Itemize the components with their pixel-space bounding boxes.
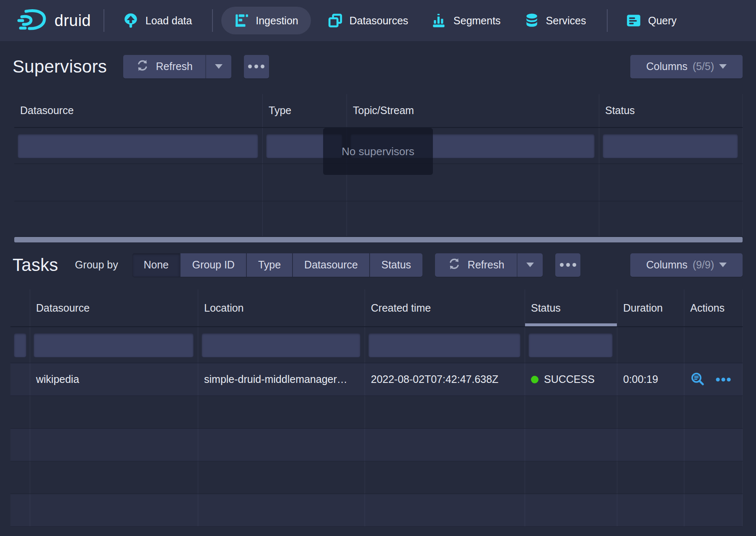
nav-item-datasources[interactable]: Datasources xyxy=(328,13,408,28)
task-created-time-cell: 2022-08-02T07:42:47.638Z xyxy=(365,363,525,395)
tasks-refresh-button[interactable]: Refresh xyxy=(435,253,517,277)
task-status-cell: SUCCESS xyxy=(525,363,617,395)
supervisors-table: Datasource Type Topic/Stream Status No s… xyxy=(14,94,743,237)
group-by-none-button[interactable]: None xyxy=(132,253,180,277)
nav-item-label: Ingestion xyxy=(256,15,298,27)
chevron-down-icon xyxy=(719,263,727,267)
filter-input-datasource[interactable] xyxy=(18,134,258,158)
no-supervisors-message: No supervisors xyxy=(323,128,433,175)
console-icon xyxy=(626,13,641,28)
tasks-filter-row xyxy=(10,327,743,363)
group-by-type-button[interactable]: Type xyxy=(246,253,292,277)
tasks-title: Tasks xyxy=(13,255,58,275)
nav-item-query[interactable]: Query xyxy=(626,13,676,28)
top-navbar: druid Load data Ingest xyxy=(0,0,756,41)
group-by-group-id-button[interactable]: Group ID xyxy=(180,253,246,277)
refresh-icon xyxy=(448,257,461,273)
more-dots-icon xyxy=(560,263,564,267)
column-header-location[interactable]: Location xyxy=(198,289,365,326)
status-badge: SUCCESS xyxy=(544,373,595,385)
column-header-duration[interactable]: Duration xyxy=(617,289,684,326)
nav-item-label: Segments xyxy=(453,15,501,27)
task-datasource-cell: wikipedia xyxy=(30,363,198,395)
filter-input-location[interactable] xyxy=(202,333,360,357)
column-header-status[interactable]: Status xyxy=(599,94,743,127)
supervisors-refresh-split-button: Refresh xyxy=(123,55,231,78)
chevron-down-icon xyxy=(215,64,223,69)
column-header-created-time[interactable]: Created time xyxy=(365,289,525,326)
column-header-status-sorted[interactable]: Status xyxy=(525,289,617,326)
filter-input-clipped[interactable] xyxy=(14,333,26,357)
tasks-header-row: Datasource Location Created time Status … xyxy=(10,289,743,327)
empty-row xyxy=(10,494,743,527)
layers-icon xyxy=(328,13,343,28)
tasks-more-button[interactable] xyxy=(555,253,580,277)
task-actions-cell xyxy=(684,363,743,395)
druid-logo-text: druid xyxy=(54,12,91,30)
column-header-clipped[interactable] xyxy=(10,289,30,326)
column-header-topic-stream[interactable]: Topic/Stream xyxy=(347,94,599,127)
navbar-divider xyxy=(104,9,104,32)
task-more-actions-icon[interactable] xyxy=(715,372,732,387)
supervisors-refresh-button[interactable]: Refresh xyxy=(123,55,205,78)
tasks-titlebar: Tasks Group by None Group ID Type Dataso… xyxy=(13,252,743,278)
ingestion-bars-icon xyxy=(234,13,249,28)
group-by-status-button[interactable]: Status xyxy=(369,253,422,277)
empty-row xyxy=(14,201,743,237)
task-row-wikipedia[interactable]: wikipedia simple-druid-middlemanager… 20… xyxy=(10,363,743,396)
supervisors-title: Supervisors xyxy=(13,57,107,77)
chevron-down-icon xyxy=(719,64,727,69)
columns-count: (5/5) xyxy=(693,60,714,73)
refresh-icon xyxy=(136,59,149,75)
navbar-divider xyxy=(212,9,213,32)
empty-row xyxy=(10,429,743,461)
task-duration-cell: 0:00:19 xyxy=(617,363,684,395)
nav-item-services[interactable]: Services xyxy=(524,13,586,28)
status-success-dot-icon xyxy=(531,376,539,383)
database-icon xyxy=(524,13,539,28)
column-header-actions[interactable]: Actions xyxy=(684,289,743,326)
filter-input-status[interactable] xyxy=(528,333,613,357)
column-header-datasource[interactable]: Datasource xyxy=(14,94,263,127)
druid-logo[interactable]: druid xyxy=(17,8,91,34)
filter-input-datasource[interactable] xyxy=(34,333,194,357)
druid-logo-icon xyxy=(17,8,48,34)
filter-input-status[interactable] xyxy=(603,134,738,158)
columns-label: Columns xyxy=(646,259,688,271)
tasks-refresh-dropdown-button[interactable] xyxy=(517,253,543,277)
nav-item-label: Query xyxy=(648,15,676,27)
nav-item-label: Load data xyxy=(145,15,192,27)
refresh-label: Refresh xyxy=(468,259,505,271)
nav-item-load-data[interactable]: Load data xyxy=(123,13,192,29)
navbar-divider xyxy=(607,9,608,32)
supervisors-header-row: Datasource Type Topic/Stream Status xyxy=(14,94,743,128)
group-by-button-group: None Group ID Type Datasource Status xyxy=(132,253,422,277)
supervisors-columns-button[interactable]: Columns (5/5) xyxy=(630,55,743,78)
supervisors-refresh-dropdown-button[interactable] xyxy=(205,55,231,78)
chevron-down-icon xyxy=(526,263,534,267)
empty-row xyxy=(10,461,743,494)
supervisors-horizontal-scrollbar[interactable] xyxy=(14,237,743,242)
group-by-datasource-button[interactable]: Datasource xyxy=(292,253,369,277)
tasks-table: Datasource Location Created time Status … xyxy=(10,289,743,527)
refresh-label: Refresh xyxy=(156,60,193,73)
tasks-columns-button[interactable]: Columns (9/9) xyxy=(630,253,743,277)
column-header-datasource[interactable]: Datasource xyxy=(30,289,198,326)
filter-input-created-time[interactable] xyxy=(368,333,520,357)
column-header-type[interactable]: Type xyxy=(263,94,347,127)
nav-item-segments[interactable]: Segments xyxy=(432,13,501,28)
group-by-label: Group by xyxy=(75,259,118,271)
empty-row xyxy=(10,396,743,429)
sort-indicator xyxy=(525,323,617,326)
columns-label: Columns xyxy=(646,60,688,73)
nav-item-label: Datasources xyxy=(350,15,408,27)
supervisors-more-button[interactable] xyxy=(244,55,269,78)
tasks-refresh-split-button: Refresh xyxy=(435,253,543,277)
nav-item-ingestion-active[interactable]: Ingestion xyxy=(221,7,311,34)
nav-item-label: Services xyxy=(546,15,586,27)
more-dots-icon xyxy=(248,65,252,68)
supervisors-titlebar: Supervisors Refresh Columns (5/5) xyxy=(13,54,743,79)
task-location-cell: simple-druid-middlemanager… xyxy=(198,363,365,395)
task-detail-magnifier-icon[interactable] xyxy=(690,372,705,387)
bar-chart-icon xyxy=(432,13,447,28)
